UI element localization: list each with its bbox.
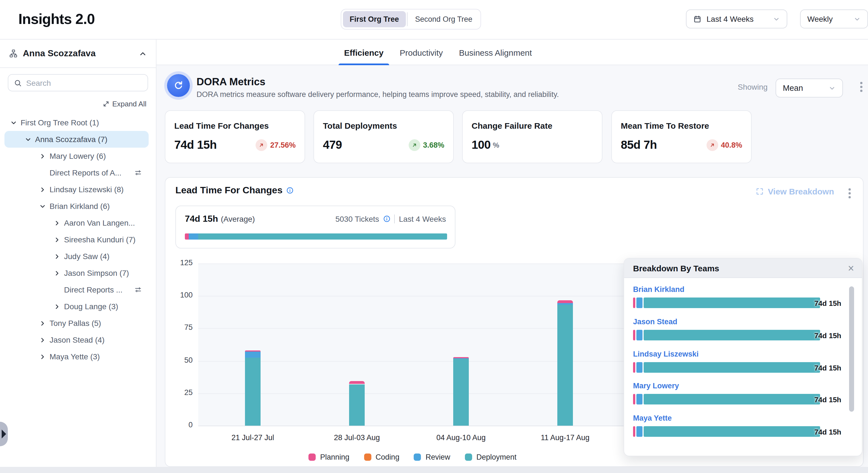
chevron-right-icon[interactable] [37, 152, 48, 159]
team-link-brian-kirkland[interactable]: Brian Kirkland [633, 285, 685, 294]
tree-item-brian-kirkland-6[interactable]: Brian Kirkland (6) [4, 198, 149, 214]
expand-all-button[interactable]: Expand All [102, 100, 147, 108]
sidebar-header[interactable]: Anna Scozzafava [0, 39, 156, 68]
org-toggle-first[interactable]: First Org Tree [343, 11, 406, 27]
tree-item-first-org-tree-root-1[interactable]: First Org Tree Root (1) [4, 114, 149, 131]
legend-item-review[interactable]: Review [414, 453, 451, 461]
metric-card-mean-time-to-restore: Mean Time To Restore 85d 7h 40.8% [611, 110, 752, 163]
team-stacked-bar [633, 297, 820, 308]
tree-item-jason-stead-4[interactable]: Jason Stead (4) [4, 331, 149, 348]
tree-item-jason-simpson-7[interactable]: Jason Simpson (7) [4, 265, 149, 282]
team-link-lindsay-liszewski[interactable]: Lindsay Liszewski [633, 350, 699, 358]
x-axis-label-4: 11 Aug-17 Aug [526, 434, 604, 442]
bar-28Jul-03Aug-planning[interactable] [349, 381, 365, 384]
tree-item-aaron-van-langen[interactable]: Aaron Van Langen... [4, 214, 149, 231]
metric-delta-value: 3.68% [423, 141, 444, 149]
chevron-down-icon[interactable] [37, 203, 48, 210]
legend-item-coding[interactable]: Coding [364, 453, 400, 461]
legend-swatch [414, 453, 421, 461]
metric-unit: % [493, 141, 499, 149]
org-toggle-divider [407, 12, 407, 26]
tree-item-maya-yette-3[interactable]: Maya Yette (3) [4, 348, 149, 365]
org-toggle-second[interactable]: Second Org Tree [408, 11, 479, 27]
bar-11Aug-17Aug-planning[interactable] [557, 301, 573, 303]
sidebar-search[interactable] [8, 74, 148, 91]
team-link-jason-stead[interactable]: Jason Stead [633, 318, 677, 326]
team-stacked-bar [633, 330, 820, 341]
trend-up-arrow-icon [706, 139, 718, 151]
metric-card-change-failure-rate: Change Failure Rate 100% [462, 110, 602, 163]
search-input[interactable] [26, 78, 142, 87]
bar-04Aug-10Aug-deployment[interactable] [453, 359, 469, 426]
tab-business-alignment[interactable]: Business Alignment [458, 39, 533, 65]
tree-item-label: Judy Saw (4) [64, 252, 110, 261]
bar-04Aug-10Aug-review[interactable] [453, 358, 469, 359]
tree-item-judy-saw-4[interactable]: Judy Saw (4) [4, 248, 149, 265]
sidebar-user-name: Anna Scozzafava [23, 49, 95, 59]
metric-label: Change Failure Rate [472, 121, 593, 130]
tab-productivity[interactable]: Productivity [399, 39, 444, 65]
org-sidebar: Anna Scozzafava Expand All First Org Tre… [0, 39, 156, 467]
tree-item-direct-reports[interactable]: Direct Reports ... [4, 282, 149, 298]
bar-21Jul-27Jul-deployment[interactable] [245, 358, 260, 426]
tree-item-sireesha-kunduri-7[interactable]: Sireesha Kunduri (7) [4, 231, 149, 248]
legend-item-deployment[interactable]: Deployment [465, 453, 517, 461]
tree-item-mary-lowery-6[interactable]: Mary Lowery (6) [4, 148, 149, 164]
bar-11Aug-17Aug-deployment[interactable] [557, 305, 573, 426]
metric-delta-value: 40.8% [721, 141, 742, 149]
date-range-value: Last 4 Weeks [707, 14, 753, 23]
dora-section-description: DORA metrics measure software delivery p… [196, 90, 559, 98]
tree-item-label: Lindsay Liszewski (8) [50, 185, 124, 194]
chevron-right-icon[interactable] [51, 219, 62, 227]
metric-card-total-deployments: Total Deployments 479 3.68% [313, 110, 454, 163]
filter-sliders-icon[interactable] [134, 169, 142, 177]
chevron-right-icon[interactable] [37, 336, 48, 344]
chevron-right-icon[interactable] [37, 186, 48, 193]
metric-label: Mean Time To Restore [621, 121, 742, 130]
tree-item-label: Doug Lange (3) [64, 302, 118, 311]
tree-item-direct-reports-of-a[interactable]: Direct Reports of A... [4, 164, 149, 181]
dora-section-title: DORA Metrics [196, 76, 265, 88]
metric-value: 100 [472, 138, 491, 151]
review-segment [637, 297, 643, 308]
metric-value: 479 [323, 138, 342, 151]
team-link-maya-yette[interactable]: Maya Yette [633, 414, 672, 422]
chevron-right-icon[interactable] [51, 253, 62, 260]
tree-item-tony-pallas-5[interactable]: Tony Pallas (5) [4, 315, 149, 331]
chevron-right-icon[interactable] [51, 236, 62, 243]
metric-delta-value: 27.56% [270, 141, 296, 149]
filter-sliders-icon[interactable] [134, 286, 142, 294]
y-axis-tick-125: 125 [173, 259, 193, 267]
chevron-right-icon[interactable] [37, 320, 48, 327]
bar-21Jul-27Jul-review[interactable] [245, 352, 260, 358]
team-link-mary-lowery[interactable]: Mary Lowery [633, 382, 679, 390]
date-range-select[interactable]: Last 4 Weeks [686, 9, 787, 28]
granularity-select[interactable]: Weekly [800, 9, 868, 28]
y-axis-tick-100: 100 [173, 291, 193, 299]
chevron-down-icon[interactable] [22, 136, 33, 143]
tab-efficiency[interactable]: Efficiency [343, 39, 385, 65]
bar-21Jul-27Jul-planning[interactable] [245, 350, 260, 352]
showing-select[interactable]: Mean [776, 79, 843, 97]
tree-item-label: Direct Reports ... [64, 285, 123, 294]
metric-label: Lead Time For Changes [174, 121, 296, 130]
chevron-right-icon[interactable] [51, 269, 62, 276]
chevron-right-icon[interactable] [37, 353, 48, 360]
chevron-right-icon[interactable] [51, 303, 62, 310]
bar-28Jul-03Aug-deployment[interactable] [349, 384, 365, 426]
tree-item-doug-lange-3[interactable]: Doug Lange (3) [4, 298, 149, 315]
chevron-down-icon [854, 15, 861, 23]
tree-item-anna-scozzafava-7[interactable]: Anna Scozzafava (7) [4, 131, 149, 148]
panel-scrollbar-thumb[interactable] [849, 286, 854, 412]
tree-item-lindsay-liszewski-8[interactable]: Lindsay Liszewski (8) [4, 181, 149, 198]
close-icon[interactable] [848, 263, 854, 273]
chevron-down-icon[interactable] [8, 119, 19, 126]
legend-swatch [465, 453, 472, 461]
tab-label: Efficiency [344, 48, 383, 57]
dora-menu-button[interactable] [860, 82, 862, 92]
bar-11Aug-17Aug-review[interactable] [557, 303, 573, 305]
deployment-segment [644, 330, 820, 341]
legend-item-planning[interactable]: Planning [308, 453, 349, 461]
bar-04Aug-10Aug-planning[interactable] [453, 357, 469, 358]
top-header: Insights 2.0 First Org Tree Second Org T… [0, 0, 868, 39]
